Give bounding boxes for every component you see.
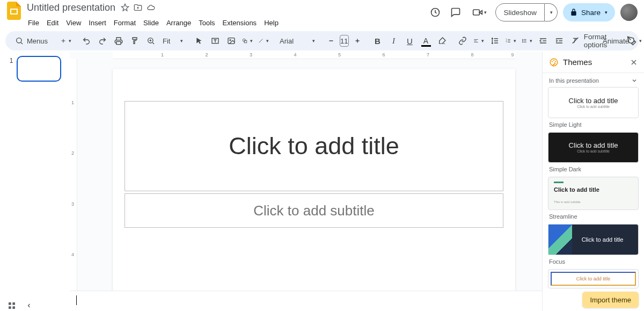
font-size-value: 11 <box>340 37 348 45</box>
paint-format-button[interactable] <box>127 33 142 48</box>
bulleted-list-button[interactable]: ▾ <box>519 33 535 48</box>
chevron-left-icon[interactable] <box>26 302 32 309</box>
menu-extensions[interactable]: Extensions <box>219 18 260 28</box>
title-placeholder[interactable]: Click to add title <box>125 101 503 191</box>
grid-view-icon[interactable] <box>8 301 16 310</box>
svg-rect-18 <box>9 302 11 305</box>
star-icon[interactable] <box>120 2 130 13</box>
theme-card-shift[interactable]: Click to add title <box>548 269 639 288</box>
theme-card-title: Click to add title <box>582 236 624 243</box>
theme-card-sub: This is add subtitle <box>554 200 581 204</box>
menu-view[interactable]: View <box>63 18 84 28</box>
decrease-indent-button[interactable] <box>536 33 551 48</box>
svg-point-17 <box>522 42 523 42</box>
menu-help[interactable]: Help <box>261 18 282 28</box>
menu-arrange[interactable]: Arrange <box>163 18 194 28</box>
image-tool[interactable] <box>224 33 239 48</box>
slide-thumbnail-1[interactable] <box>17 56 61 82</box>
import-theme-button[interactable]: Import theme <box>582 292 639 308</box>
new-slide-button[interactable]: ▾ <box>58 33 74 48</box>
italic-button[interactable]: I <box>386 33 401 48</box>
theme-label: Focus <box>548 256 639 268</box>
theme-card-simple-dark[interactable]: Click to add title Click to add subtitle <box>548 132 639 163</box>
title-placeholder-text: Click to add title <box>229 132 399 160</box>
subtitle-placeholder[interactable]: Click to add subtitle <box>125 193 503 228</box>
slide-canvas[interactable]: Click to add title Click to add subtitle <box>113 69 515 295</box>
svg-rect-20 <box>9 306 11 309</box>
slide-editor[interactable]: 1 2 3 4 5 6 7 8 9 1 2 3 4 5 Click to add… <box>70 52 542 311</box>
menu-insert[interactable]: Insert <box>85 18 109 28</box>
theme-card-sub: Click to add subtitle <box>577 149 610 153</box>
animate-button[interactable]: Animate <box>609 33 624 48</box>
line-tool[interactable]: ▾ <box>256 33 271 48</box>
textbox-tool[interactable] <box>208 33 223 48</box>
menu-slide[interactable]: Slide <box>140 18 162 28</box>
select-tool[interactable] <box>192 33 207 48</box>
meet-icon[interactable]: ▾ <box>469 5 490 20</box>
theme-card-streamline[interactable]: Click to add title This is add subtitle <box>548 177 639 210</box>
highlight-button[interactable] <box>435 33 450 48</box>
account-avatar[interactable] <box>620 4 638 21</box>
undo-button[interactable] <box>79 33 94 48</box>
subtitle-placeholder-text: Click to add subtitle <box>253 202 374 219</box>
theme-card-focus[interactable]: Click to add title <box>548 224 639 255</box>
pen-tool[interactable]: ▾ <box>625 33 644 48</box>
numbered-list-button[interactable]: 123▾ <box>503 33 518 48</box>
theme-card-title: Click to add title <box>569 141 618 149</box>
align-button[interactable]: ▾ <box>471 33 486 48</box>
comments-icon[interactable] <box>448 5 463 20</box>
text-color-button[interactable]: A <box>419 33 434 48</box>
theme-label: Simple Light <box>548 119 639 131</box>
menu-format[interactable]: Format <box>111 18 139 28</box>
move-icon[interactable] <box>133 2 143 13</box>
redo-button[interactable] <box>95 33 110 48</box>
slides-logo[interactable] <box>4 1 24 20</box>
svg-point-24 <box>553 60 554 61</box>
svg-point-4 <box>17 38 21 43</box>
print-button[interactable] <box>111 33 126 48</box>
theme-label: Streamline <box>548 211 639 223</box>
font-select[interactable]: Arial▾ <box>276 34 318 48</box>
svg-rect-3 <box>473 10 480 15</box>
insert-link-button[interactable] <box>455 33 470 48</box>
search-icon <box>15 37 24 45</box>
font-size-input[interactable]: 11 <box>340 35 348 47</box>
theme-card-title: Click to add title <box>569 97 618 105</box>
font-name: Arial <box>280 37 294 45</box>
svg-rect-11 <box>244 40 247 43</box>
slideshow-button[interactable]: Slideshow <box>495 3 545 21</box>
clear-formatting-button[interactable] <box>568 33 583 48</box>
increase-font-button[interactable] <box>350 33 365 48</box>
line-spacing-button[interactable] <box>487 33 502 48</box>
slideshow-dropdown[interactable]: ▾ <box>545 3 558 21</box>
increase-indent-button[interactable] <box>552 33 567 48</box>
slideshow-split-button[interactable]: Slideshow ▾ <box>495 3 558 21</box>
format-options-button[interactable]: Format options <box>588 33 603 48</box>
decrease-font-button[interactable] <box>324 33 339 48</box>
shape-tool[interactable]: ▾ <box>240 33 255 48</box>
menu-edit[interactable]: Edit <box>43 18 62 28</box>
theme-card-simple-light[interactable]: Click to add title Click to add subtitle <box>548 87 639 118</box>
last-edit-icon[interactable] <box>428 5 443 20</box>
cloud-status-icon[interactable] <box>145 2 156 13</box>
svg-rect-5 <box>116 41 121 44</box>
themes-subheader[interactable]: In this presentation <box>543 73 644 87</box>
zoom-value: Fit <box>163 37 170 45</box>
menu-tools[interactable]: Tools <box>195 18 218 28</box>
speaker-notes[interactable] <box>70 291 542 311</box>
menu-file[interactable]: File <box>25 18 42 28</box>
theme-card-title: Click to add title <box>554 186 599 193</box>
share-button[interactable]: Share ▾ <box>563 3 615 21</box>
svg-text:3: 3 <box>506 41 507 43</box>
slide-filmstrip[interactable]: 1 <box>0 52 70 311</box>
close-icon[interactable] <box>630 59 638 66</box>
svg-rect-19 <box>12 302 15 305</box>
zoom-button[interactable] <box>143 33 158 48</box>
bold-button[interactable]: B <box>370 33 385 48</box>
slideshow-label: Slideshow <box>503 9 537 17</box>
zoom-select[interactable]: Fit▾ <box>159 34 186 48</box>
search-menus[interactable]: Menus <box>10 33 53 48</box>
document-title[interactable]: Untitled presentation <box>25 2 118 13</box>
underline-button[interactable]: U <box>402 33 418 48</box>
theme-label: Simple Dark <box>548 164 639 176</box>
